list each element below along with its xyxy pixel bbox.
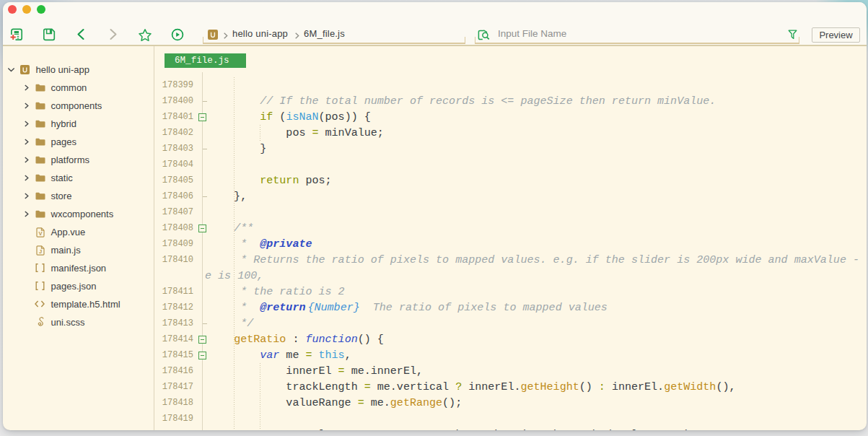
svg-text:J: J [39,248,42,254]
svg-text:V: V [38,230,42,236]
